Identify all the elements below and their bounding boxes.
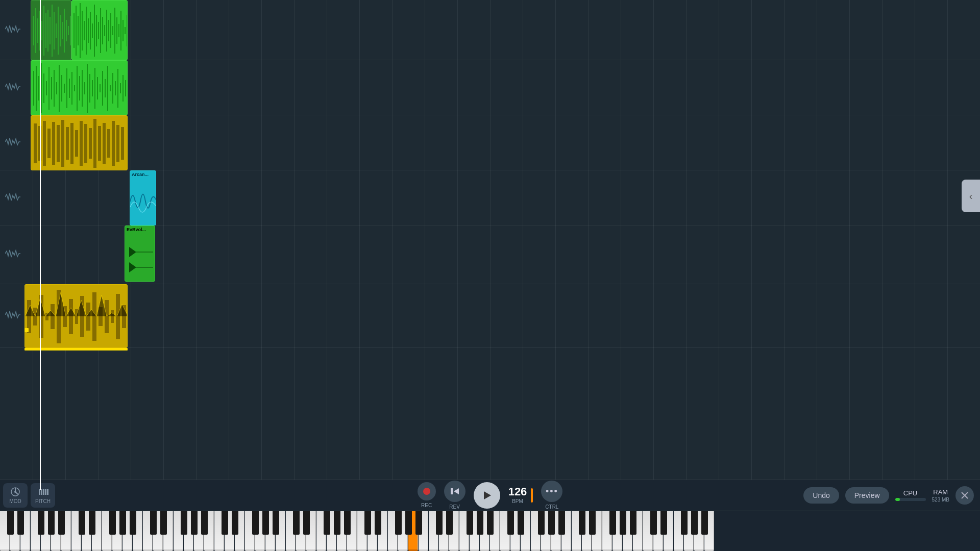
- piano-black-key[interactable]: [48, 511, 55, 535]
- piano-black-key[interactable]: [17, 511, 24, 535]
- piano-black-key[interactable]: [89, 511, 95, 535]
- clip-yellow-midi[interactable]: [31, 115, 128, 170]
- piano-black-key[interactable]: [436, 511, 443, 535]
- rev-icon: [450, 486, 460, 496]
- svg-rect-200: [86, 303, 90, 331]
- piano-black-key[interactable]: [58, 511, 65, 535]
- ctrl-button[interactable]: •••: [541, 481, 562, 502]
- track-row-3: [0, 115, 980, 170]
- clip-green-mid[interactable]: [31, 60, 128, 115]
- piano-black-key[interactable]: [79, 511, 85, 535]
- svg-marker-218: [484, 491, 491, 499]
- piano-black-key[interactable]: [701, 511, 708, 535]
- piano-black-key[interactable]: [252, 511, 259, 535]
- piano-black-key[interactable]: [201, 511, 208, 535]
- rec-dot-icon: [423, 488, 430, 495]
- clip-cyan-synth[interactable]: Arcan...: [130, 170, 156, 226]
- svg-rect-181: [103, 123, 106, 164]
- piano-black-key[interactable]: [630, 511, 636, 535]
- piano-black-key[interactable]: [191, 511, 198, 535]
- undo-button[interactable]: Undo: [803, 487, 839, 504]
- piano-black-key[interactable]: [691, 511, 698, 535]
- svg-rect-213: [43, 489, 44, 495]
- svg-rect-183: [112, 121, 115, 166]
- svg-rect-212: [41, 489, 42, 495]
- piano-black-key[interactable]: [395, 511, 402, 535]
- piano-black-key[interactable]: [405, 511, 412, 535]
- piano-black-key[interactable]: [364, 511, 371, 535]
- piano-black-key[interactable]: [589, 511, 596, 535]
- rec-label: REC: [421, 503, 432, 508]
- clip-green-synth[interactable]: EvBvol...: [125, 226, 155, 282]
- piano-black-key[interactable]: [38, 511, 44, 535]
- rec-button[interactable]: [418, 482, 436, 500]
- piano-black-key[interactable]: [232, 511, 238, 535]
- track-icon-3: [5, 137, 20, 149]
- piano-black-key[interactable]: [303, 511, 310, 535]
- piano-black-key[interactable]: [467, 511, 473, 535]
- svg-rect-185: [121, 127, 124, 160]
- track-row-1: [0, 0, 980, 60]
- piano-black-key[interactable]: [262, 511, 269, 535]
- clip-green-dark[interactable]: [31, 0, 71, 60]
- piano-black-key[interactable]: [446, 511, 453, 535]
- piano-black-key[interactable]: [324, 511, 330, 535]
- play-control: [474, 482, 500, 509]
- svg-rect-178: [89, 128, 92, 159]
- piano-black-key[interactable]: [507, 511, 514, 535]
- play-icon: [481, 490, 493, 501]
- piano-black-key[interactable]: [293, 511, 300, 535]
- piano-black-key[interactable]: [160, 511, 167, 535]
- piano-keyboard: [0, 511, 980, 551]
- piano-black-key[interactable]: [415, 511, 422, 535]
- svg-rect-197: [69, 299, 73, 334]
- piano-black-key[interactable]: [109, 511, 116, 535]
- pitch-icon: [37, 486, 48, 497]
- left-tools: MOD PITCH: [0, 483, 58, 508]
- pitch-label: PITCH: [35, 498, 51, 504]
- piano-black-key[interactable]: [487, 511, 494, 535]
- bpm-bar: [531, 488, 533, 503]
- piano-black-key[interactable]: [650, 511, 657, 535]
- rev-button[interactable]: [444, 481, 465, 502]
- close-button[interactable]: [955, 486, 974, 505]
- piano-black-key[interactable]: [273, 511, 279, 535]
- piano-black-key[interactable]: [609, 511, 616, 535]
- piano-black-key[interactable]: [181, 511, 187, 535]
- bottom-toolbar: MOD PITCH REC: [0, 480, 980, 510]
- piano-black-key[interactable]: [222, 511, 228, 535]
- piano-black-key[interactable]: [334, 511, 340, 535]
- bpm-display: 126 BPM: [508, 486, 527, 504]
- preview-button[interactable]: Preview: [845, 487, 889, 504]
- svg-rect-175: [75, 130, 78, 157]
- piano-black-key[interactable]: [477, 511, 483, 535]
- piano-black-key[interactable]: [620, 511, 626, 535]
- pitch-button[interactable]: PITCH: [31, 483, 55, 508]
- mod-button[interactable]: MOD: [3, 483, 28, 508]
- collapse-panel-button[interactable]: ‹: [962, 180, 980, 212]
- piano-black-key[interactable]: [681, 511, 688, 535]
- piano-black-key[interactable]: [7, 511, 14, 535]
- piano-black-key[interactable]: [150, 511, 157, 535]
- svg-rect-184: [116, 125, 119, 162]
- piano-black-key[interactable]: [518, 511, 524, 535]
- waveform-svg-3: [31, 61, 128, 115]
- piano-black-key[interactable]: [119, 511, 126, 535]
- piano-black-key[interactable]: [579, 511, 585, 535]
- piano-black-key[interactable]: [130, 511, 136, 535]
- piano-black-key[interactable]: [548, 511, 555, 535]
- piano-black-key[interactable]: [344, 511, 351, 535]
- bpm-value: 126: [508, 486, 527, 497]
- piano-black-key[interactable]: [538, 511, 545, 535]
- svg-rect-168: [43, 121, 46, 166]
- cpu-label: CPU: [903, 489, 917, 497]
- ctrl-label: CTRL: [545, 504, 558, 510]
- svg-rect-182: [107, 129, 110, 158]
- piano-black-key[interactable]: [375, 511, 381, 535]
- clip-green-bright[interactable]: [71, 0, 128, 60]
- svg-rect-176: [80, 121, 83, 166]
- piano-black-key[interactable]: [558, 511, 565, 535]
- play-button[interactable]: [474, 482, 500, 509]
- close-icon: [961, 491, 969, 499]
- piano-black-key[interactable]: [660, 511, 667, 535]
